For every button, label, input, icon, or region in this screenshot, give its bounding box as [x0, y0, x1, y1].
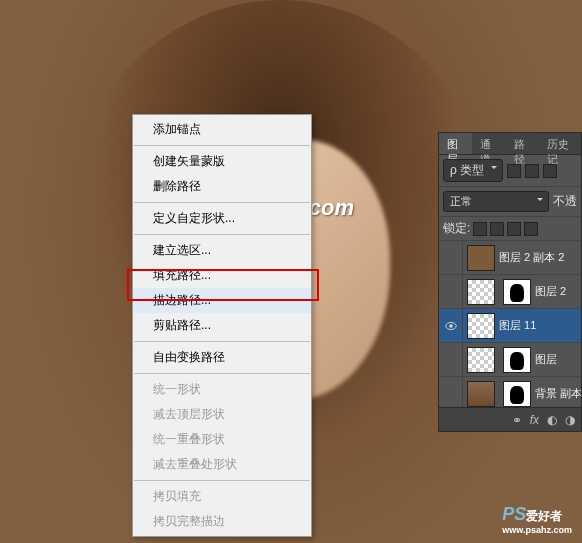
menu-separator [134, 145, 310, 146]
watermark-text: 爱好者 [526, 509, 562, 523]
tab-layers[interactable]: 图层 [439, 133, 472, 154]
menu-free-transform-path[interactable]: 自由变换路径 [133, 345, 311, 370]
menu-separator [134, 234, 310, 235]
visibility-toggle[interactable] [439, 343, 463, 377]
menu-delete-path[interactable]: 删除路径 [133, 174, 311, 199]
layer-name[interactable]: 图层 2 副本 2 [499, 250, 564, 265]
filter-image-icon[interactable] [507, 164, 521, 178]
layer-kind-dropdown[interactable]: ρ 类型 [443, 159, 503, 182]
visibility-toggle[interactable] [439, 275, 463, 309]
mask-icon[interactable]: ◐ [547, 413, 557, 427]
link-layers-icon[interactable]: ⚭ [512, 413, 522, 427]
menu-make-selection[interactable]: 建立选区... [133, 238, 311, 263]
layer-row[interactable]: 背景 副本 [439, 377, 581, 411]
blend-mode-dropdown[interactable]: 正常 [443, 191, 549, 212]
path-context-menu: 添加锚点 创建矢量蒙版 删除路径 定义自定形状... 建立选区... 填充路径.… [132, 114, 312, 537]
visibility-toggle[interactable] [439, 309, 463, 343]
layer-thumbnail[interactable] [467, 245, 495, 271]
menu-unify-shape: 统一形状 [133, 377, 311, 402]
layer-kind-label: ρ 类型 [450, 163, 484, 177]
layer-thumbnail[interactable] [467, 381, 495, 407]
lock-label: 锁定: [443, 220, 470, 237]
filter-type-icon[interactable] [543, 164, 557, 178]
menu-separator [134, 202, 310, 203]
layer-mask-thumbnail[interactable] [503, 347, 531, 373]
filter-adjust-icon[interactable] [525, 164, 539, 178]
menu-separator [134, 480, 310, 481]
visibility-toggle[interactable] [439, 377, 463, 411]
layer-mask-thumbnail[interactable] [503, 381, 531, 407]
layer-name[interactable]: 图层 [535, 352, 557, 367]
menu-stroke-path[interactable]: 描边路径... [133, 288, 311, 313]
watermark-logo: PS爱好者 www.psahz.com [502, 504, 572, 535]
menu-unify-overlap-shape: 统一重叠形状 [133, 427, 311, 452]
layer-name[interactable]: 图层 2 [535, 284, 566, 299]
menu-fill-path[interactable]: 填充路径... [133, 263, 311, 288]
layer-lock-row: 锁定: [439, 217, 581, 241]
adjustment-icon[interactable]: ◑ [565, 413, 575, 427]
layer-row[interactable]: 图层 2 副本 2 [439, 241, 581, 275]
layers-panel-bottom: ⚭ fx ◐ ◑ [439, 407, 581, 431]
menu-subtract-top-shape: 减去顶层形状 [133, 402, 311, 427]
lock-all-icon[interactable] [524, 222, 538, 236]
menu-copy-fill: 拷贝填充 [133, 484, 311, 509]
lock-position-icon[interactable] [507, 222, 521, 236]
layer-row[interactable]: 图层 11 [439, 309, 581, 343]
svg-point-1 [449, 324, 453, 328]
watermark-url: www.psahz.com [502, 525, 572, 535]
menu-subtract-overlap-shape: 减去重叠处形状 [133, 452, 311, 477]
menu-copy-full-stroke: 拷贝完整描边 [133, 509, 311, 534]
watermark-ps: PS [502, 504, 526, 524]
menu-clip-path[interactable]: 剪贴路径... [133, 313, 311, 338]
menu-add-anchor[interactable]: 添加锚点 [133, 117, 311, 142]
lock-transparent-icon[interactable] [473, 222, 487, 236]
layer-name[interactable]: 图层 11 [499, 318, 536, 333]
layer-mask-thumbnail[interactable] [503, 279, 531, 305]
layers-panel: 图层 通道 路径 历史记 ρ 类型 正常 不透 锁定: 图层 2 副本 2 图层… [438, 132, 582, 432]
menu-separator [134, 341, 310, 342]
layer-filter-toolbar: ρ 类型 [439, 155, 581, 187]
menu-separator [134, 373, 310, 374]
layer-row[interactable]: 图层 [439, 343, 581, 377]
tab-channels[interactable]: 通道 [472, 133, 505, 154]
tab-history[interactable]: 历史记 [539, 133, 581, 154]
eye-icon [444, 319, 458, 333]
visibility-toggle[interactable] [439, 241, 463, 275]
menu-create-vector-mask[interactable]: 创建矢量蒙版 [133, 149, 311, 174]
layer-thumbnail[interactable] [467, 279, 495, 305]
menu-define-custom-shape[interactable]: 定义自定形状... [133, 206, 311, 231]
fx-icon[interactable]: fx [530, 413, 539, 427]
layer-name[interactable]: 背景 副本 [535, 386, 581, 401]
tab-paths[interactable]: 路径 [506, 133, 539, 154]
layer-thumbnail[interactable] [467, 347, 495, 373]
opacity-label: 不透 [553, 193, 577, 210]
lock-image-icon[interactable] [490, 222, 504, 236]
layers-list: 图层 2 副本 2 图层 2 图层 11 图层 背景 副本 [439, 241, 581, 411]
layer-thumbnail[interactable] [467, 313, 495, 339]
layer-row[interactable]: 图层 2 [439, 275, 581, 309]
panel-tabs: 图层 通道 路径 历史记 [439, 133, 581, 155]
layer-blend-toolbar: 正常 不透 [439, 187, 581, 217]
